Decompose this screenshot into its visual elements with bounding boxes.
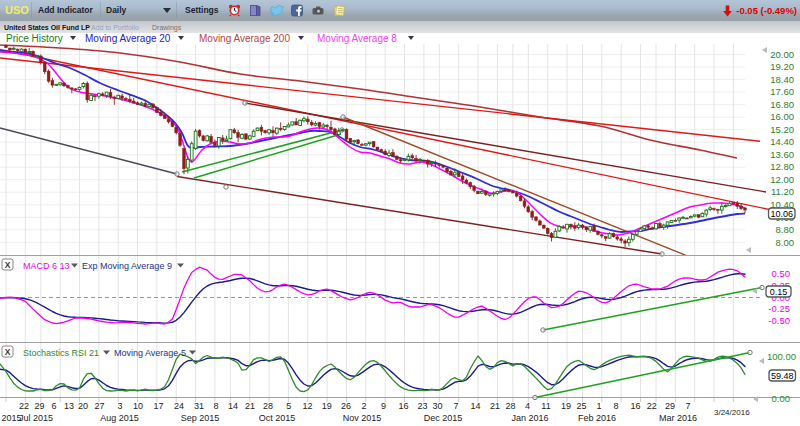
svg-text:8: 8 xyxy=(613,401,618,411)
svg-text:6: 6 xyxy=(51,401,56,411)
svg-text:5: 5 xyxy=(286,401,291,411)
svg-text:14.40: 14.40 xyxy=(770,136,794,147)
svg-text:59.48: 59.48 xyxy=(771,371,794,381)
svg-text:17.60: 17.60 xyxy=(770,86,794,97)
svg-text:Stochastics RSI 21: Stochastics RSI 21 xyxy=(23,348,99,358)
svg-text:MACD 6 13: MACD 6 13 xyxy=(23,261,70,271)
svg-text:14: 14 xyxy=(228,401,238,411)
svg-text:11.20: 11.20 xyxy=(771,186,794,197)
svg-text:10.06: 10.06 xyxy=(771,209,794,219)
svg-text:Jul 2015: Jul 2015 xyxy=(19,413,53,423)
svg-text:-0.25: -0.25 xyxy=(768,303,790,314)
svg-text:8: 8 xyxy=(213,401,218,411)
svg-text:Jan 2016: Jan 2016 xyxy=(511,413,548,423)
svg-text:0.15: 0.15 xyxy=(770,287,788,297)
svg-text:4: 4 xyxy=(525,401,530,411)
svg-text:Mar 2016: Mar 2016 xyxy=(659,413,697,423)
svg-text:20: 20 xyxy=(78,401,88,411)
svg-text:8.00: 8.00 xyxy=(776,237,795,248)
svg-text:16: 16 xyxy=(398,401,408,411)
svg-text:16.00: 16.00 xyxy=(770,111,794,122)
svg-text:Sep 2015: Sep 2015 xyxy=(181,413,220,423)
svg-text:21: 21 xyxy=(490,401,500,411)
svg-text:23: 23 xyxy=(417,401,427,411)
svg-text:19.20: 19.20 xyxy=(770,61,794,72)
svg-text:31: 31 xyxy=(194,401,204,411)
svg-text:2: 2 xyxy=(361,401,366,411)
svg-text:Moving Average 5: Moving Average 5 xyxy=(114,348,186,358)
svg-text:29: 29 xyxy=(665,401,675,411)
svg-text:Dec 2015: Dec 2015 xyxy=(424,413,463,423)
svg-text:20.00: 20.00 xyxy=(770,49,794,60)
svg-text:Exp Moving Average 9: Exp Moving Average 9 xyxy=(82,261,172,271)
svg-text:-0.50: -0.50 xyxy=(768,315,790,326)
svg-text:19: 19 xyxy=(561,401,571,411)
svg-text:Aug 2015: Aug 2015 xyxy=(100,413,139,423)
svg-text:26: 26 xyxy=(341,401,351,411)
svg-text:12.00: 12.00 xyxy=(770,174,794,185)
svg-text:11: 11 xyxy=(541,401,550,411)
svg-text:13.60: 13.60 xyxy=(770,149,794,160)
svg-text:X: X xyxy=(5,260,11,270)
svg-text:16: 16 xyxy=(631,401,641,411)
svg-text:0.00: 0.00 xyxy=(772,393,791,404)
svg-text:22: 22 xyxy=(647,401,657,411)
svg-text:25: 25 xyxy=(576,401,586,411)
svg-text:13: 13 xyxy=(64,401,74,411)
svg-text:28: 28 xyxy=(263,401,273,411)
svg-text:21: 21 xyxy=(245,401,255,411)
svg-text:14: 14 xyxy=(470,401,480,411)
svg-text:X: X xyxy=(5,347,11,357)
svg-text:28: 28 xyxy=(505,401,515,411)
svg-text:12.80: 12.80 xyxy=(770,161,794,172)
svg-text:1: 1 xyxy=(596,401,601,411)
svg-text:3: 3 xyxy=(117,401,122,411)
svg-text:22: 22 xyxy=(19,401,29,411)
svg-text:17: 17 xyxy=(154,401,164,411)
svg-text:10: 10 xyxy=(133,401,143,411)
svg-text:7: 7 xyxy=(453,401,458,411)
svg-text:16.80: 16.80 xyxy=(770,99,794,110)
svg-text:Oct 2015: Oct 2015 xyxy=(259,413,296,423)
svg-text:100.00: 100.00 xyxy=(767,351,796,362)
svg-text:Feb 2016: Feb 2016 xyxy=(578,413,616,423)
svg-text:29: 29 xyxy=(34,401,44,411)
svg-text:3/24/2016: 3/24/2016 xyxy=(714,408,750,417)
svg-text:9: 9 xyxy=(381,401,386,411)
svg-text:19: 19 xyxy=(322,401,332,411)
svg-text:Nov 2015: Nov 2015 xyxy=(343,413,382,423)
svg-text:15.20: 15.20 xyxy=(770,124,794,135)
svg-text:7: 7 xyxy=(685,401,690,411)
svg-text:12: 12 xyxy=(303,401,313,411)
svg-text:27: 27 xyxy=(94,401,104,411)
svg-text:18.40: 18.40 xyxy=(770,74,794,85)
svg-text:8.80: 8.80 xyxy=(776,224,795,235)
svg-text:0.50: 0.50 xyxy=(772,268,791,279)
svg-text:30: 30 xyxy=(432,401,442,411)
svg-text:24: 24 xyxy=(174,401,184,411)
